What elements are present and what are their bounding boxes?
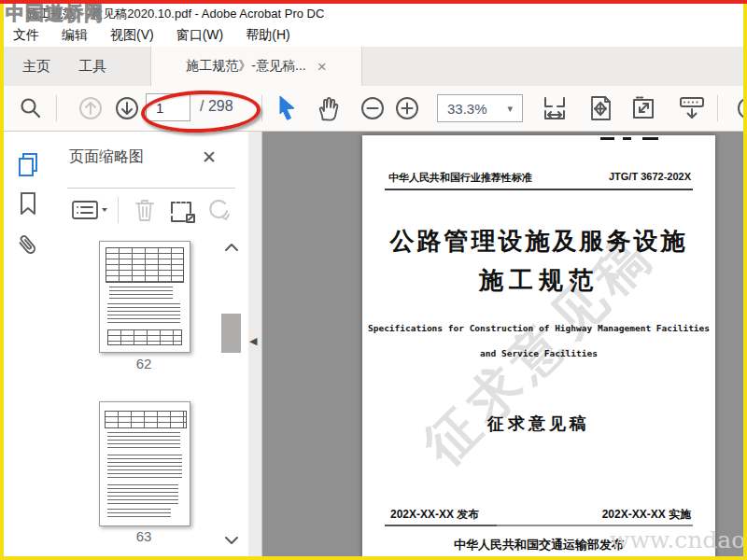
tab-tools[interactable]: 工具 (71, 47, 114, 86)
thumbnail-label-62: 62 (99, 356, 189, 371)
panel-close-icon[interactable]: ✕ (202, 147, 217, 168)
panel-title: 页面缩略图 (69, 147, 144, 167)
acrobat-window: 施工规范》-意见稿2020.10.pdf - Adobe Acrobat Pro… (0, 0, 747, 560)
doc-subtitle-en2: and Service Facilities (362, 348, 715, 358)
doc-title-line1: 公路管理设施及服务设施 (362, 225, 715, 258)
delete-pages-icon[interactable] (133, 197, 157, 223)
tab-bar: 主页 工具 施工规范》-意见稿... × (4, 47, 743, 86)
draft-watermark-diagonal: 征求意见稿 (295, 132, 743, 556)
collapse-panel-icon[interactable]: ◀ (249, 335, 257, 347)
zoom-in-icon[interactable] (394, 95, 420, 121)
doc-title-line2: 施工规范 (362, 264, 715, 297)
attachments-icon[interactable] (15, 232, 39, 259)
page-thumbnails-icon[interactable] (15, 150, 41, 178)
frame-top (0, 0, 747, 4)
frame-right (743, 4, 747, 560)
thumbnail-options-icon[interactable] (71, 199, 108, 221)
title-bar: 施工规范》-意见稿2020.10.pdf - Adobe Acrobat Pro… (4, 4, 743, 24)
doc-subtitle-en1: Specifications for Construction of Highw… (362, 323, 715, 333)
menu-edit[interactable]: 编辑 (62, 27, 88, 44)
frame-bottom (0, 556, 747, 560)
standard-number: JTG/T 3672-202X (609, 171, 691, 182)
scrolling-mode-icon[interactable] (541, 94, 569, 122)
tab-document-label: 施工规范》-意见稿... (186, 58, 305, 75)
panel-splitter[interactable]: ◀ (248, 132, 262, 556)
collapse-toolbar-icon[interactable] (676, 94, 708, 122)
tab-home[interactable]: 主页 (15, 47, 58, 86)
thumbnail-label-63: 63 (99, 528, 189, 544)
crop-pages-icon[interactable] (168, 198, 198, 224)
tab-document[interactable]: 施工规范》-意见稿... × (150, 47, 362, 86)
fit-page-icon[interactable] (586, 94, 614, 122)
scroll-up-icon (218, 240, 245, 255)
document-viewer[interactable]: 征求意见稿 中华人民共和国行业推荐性标准 JTG/T 3672-202X 公路管… (262, 132, 743, 556)
scrollbar-thumb[interactable] (221, 314, 241, 353)
zoom-out-icon[interactable] (359, 95, 386, 121)
draft-label: 征求意见稿 (362, 413, 715, 435)
search-icon[interactable] (19, 96, 43, 120)
thumbnail-page-62[interactable] (99, 241, 190, 353)
scroll-down-icon (218, 533, 245, 548)
hand-tool-icon[interactable] (314, 93, 342, 123)
frame-left (0, 4, 4, 560)
next-page-icon[interactable] (114, 95, 140, 121)
window-title: 施工规范》-意见稿2020.10.pdf - Adobe Acrobat Pro… (26, 6, 586, 22)
main-toolbar: / 298 33.3% ▾ (4, 86, 743, 132)
nav-rail (4, 132, 49, 556)
pdf-page: 征求意见稿 中华人民共和国行业推荐性标准 JTG/T 3672-202X 公路管… (362, 135, 715, 556)
bookmarks-icon[interactable] (18, 191, 38, 216)
thumbnail-page-63[interactable] (99, 401, 190, 526)
select-tool-icon[interactable] (275, 94, 299, 122)
menu-file[interactable]: 文件 (13, 27, 39, 44)
tab-close-icon[interactable]: × (317, 59, 327, 75)
zoom-level-dropdown[interactable]: 33.3% ▾ (437, 94, 523, 122)
rotate-pages-icon[interactable] (207, 198, 232, 224)
standard-type: 中华人民共和国行业推荐性标准 (388, 171, 532, 185)
site-watermark-bottom: www.cndao.c (610, 526, 743, 553)
menu-view[interactable]: 视图(V) (110, 27, 154, 44)
menu-window[interactable]: 窗口(W) (176, 27, 224, 44)
chevron-down-icon: ▾ (507, 103, 513, 115)
menu-bar: 文件 编辑 视图(V) 窗口(W) 帮助(H) (4, 24, 747, 47)
thumbnail-panel: 页面缩略图 ✕ (49, 132, 249, 556)
panel-scrollbar[interactable] (218, 234, 245, 556)
menu-help[interactable]: 帮助(H) (246, 27, 289, 44)
site-watermark-top: 中国道桥网 (6, 1, 104, 26)
previous-page-icon[interactable] (78, 95, 104, 121)
fullscreen-icon[interactable] (630, 95, 656, 121)
issue-date: 202X-XX-XX 发布 (390, 507, 479, 523)
implement-date: 202X-XX-XX 实施 (602, 507, 691, 523)
zoom-level-value: 33.3% (447, 101, 487, 117)
